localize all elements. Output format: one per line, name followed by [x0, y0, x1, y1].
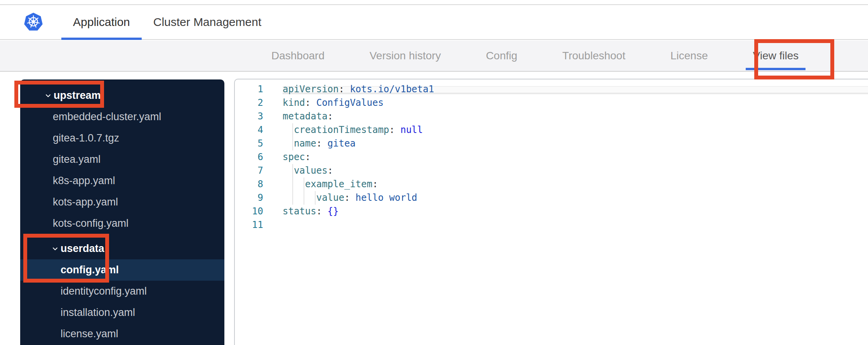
tree-file-license-yaml[interactable]: license.yaml	[20, 323, 224, 345]
nav-tab-dashboard[interactable]: Dashboard	[260, 41, 335, 71]
line-number: 3	[235, 110, 263, 123]
code-line-1[interactable]: 1apiVersion: kots.io/v1beta1	[235, 83, 868, 96]
nav-tab-view-files[interactable]: View files	[742, 41, 809, 71]
kots-admin-console: ApplicationCluster Management DashboardV…	[0, 0, 868, 345]
tree-file-gitea-yaml[interactable]: gitea.yaml	[20, 149, 224, 170]
code-text: value: hello world	[263, 191, 417, 205]
code-lines: 1apiVersion: kots.io/v1beta12kind: Confi…	[235, 83, 868, 232]
tree-item-label: userdata	[61, 243, 104, 255]
chevron-down-icon	[45, 93, 54, 99]
code-text: apiVersion: kots.io/v1beta1	[263, 83, 434, 96]
tree-folder-upstream[interactable]: upstream	[20, 85, 224, 106]
line-number: 11	[235, 218, 263, 232]
line-number: 8	[235, 178, 263, 191]
code-text: kind: ConfigValues	[263, 96, 384, 110]
indent-guide	[292, 191, 293, 205]
tree-item-label: k8s-app.yaml	[53, 175, 115, 187]
indent-guide	[292, 123, 293, 137]
file-tree-sidebar: upstreamembedded-cluster.yamlgitea-1.0.7…	[20, 79, 224, 345]
tree-file-kots-app-yaml[interactable]: kots-app.yaml	[20, 191, 224, 213]
line-number: 1	[235, 83, 263, 96]
nav-tab-config[interactable]: Config	[475, 41, 528, 71]
tree-item-label: installation.yaml	[61, 307, 135, 319]
tree-item-label: kots-config.yaml	[53, 217, 128, 229]
tree-file-config-yaml[interactable]: config.yaml	[20, 259, 224, 281]
line-number: 10	[235, 205, 263, 218]
tree-item-label: identityconfig.yaml	[61, 285, 147, 297]
app-header: ApplicationCluster Management	[0, 5, 868, 40]
code-text: spec:	[263, 150, 311, 164]
code-line-11[interactable]: 11	[235, 218, 868, 232]
code-line-9[interactable]: 9 value: hello world	[235, 191, 868, 205]
code-text: creationTimestamp: null	[263, 123, 423, 137]
code-line-7[interactable]: 7 values:	[235, 164, 868, 178]
tree-file-gitea-1-0-7-tgz[interactable]: gitea-1.0.7.tgz	[20, 128, 224, 149]
tree-item-label: license.yaml	[61, 328, 118, 340]
indent-guide	[304, 191, 304, 205]
code-line-6[interactable]: 6spec:	[235, 150, 868, 164]
tree-item-label: kots-app.yaml	[53, 196, 118, 208]
tree-item-label: config.yaml	[61, 264, 119, 276]
chevron-down-icon	[52, 246, 61, 252]
code-line-8[interactable]: 8 example_item:	[235, 178, 868, 191]
line-number: 7	[235, 164, 263, 178]
code-text: status: {}	[263, 205, 339, 218]
tree-file-identityconfig-yaml[interactable]: identityconfig.yaml	[20, 281, 224, 302]
line-number: 2	[235, 96, 263, 110]
code-line-3[interactable]: 3metadata:	[235, 110, 868, 123]
line-number: 6	[235, 150, 263, 164]
code-text: name: gitea	[263, 137, 356, 150]
tree-folder-userdata[interactable]: userdata	[20, 238, 224, 259]
nav-tab-troubleshoot[interactable]: Troubleshoot	[552, 41, 636, 71]
tree-item-label: embedded-cluster.yaml	[53, 111, 161, 123]
tree-file-embedded-cluster-yaml[interactable]: embedded-cluster.yaml	[20, 106, 224, 128]
code-text: metadata:	[263, 110, 333, 123]
tree-item-label: gitea-1.0.7.tgz	[53, 132, 119, 144]
tree-item-label: gitea.yaml	[53, 154, 101, 166]
nav-tab-version-history[interactable]: Version history	[359, 41, 452, 71]
indent-guide	[315, 191, 316, 205]
tree-file-kots-config-yaml[interactable]: kots-config.yaml	[20, 213, 224, 234]
code-text: example_item:	[263, 178, 378, 191]
indent-guide	[304, 178, 304, 191]
app-nav: DashboardVersion historyConfigTroublesho…	[0, 41, 868, 72]
code-line-10[interactable]: 10status: {}	[235, 205, 868, 218]
header-tabs: ApplicationCluster Management	[61, 5, 273, 39]
tree-item-label: upstream	[54, 90, 101, 102]
line-number: 4	[235, 123, 263, 137]
nav-tab-license[interactable]: License	[660, 41, 719, 71]
line-number: 9	[235, 191, 263, 205]
indent-guide	[292, 164, 293, 178]
code-line-2[interactable]: 2kind: ConfigValues	[235, 96, 868, 110]
indent-guide	[292, 137, 293, 150]
code-text	[263, 218, 283, 232]
code-line-4[interactable]: 4 creationTimestamp: null	[235, 123, 868, 137]
header-tab-application[interactable]: Application	[61, 5, 142, 39]
code-text: values:	[263, 164, 333, 178]
header-tab-cluster-management[interactable]: Cluster Management	[142, 5, 273, 39]
nav-tabs: DashboardVersion historyConfigTroublesho…	[260, 41, 809, 71]
line-number: 5	[235, 137, 263, 150]
indent-guide	[292, 178, 293, 191]
tree-file-installation-yaml[interactable]: installation.yaml	[20, 302, 224, 323]
kubernetes-logo-icon	[23, 11, 44, 33]
tree-file-k8s-app-yaml[interactable]: k8s-app.yaml	[20, 170, 224, 191]
file-viewer-editor[interactable]: 1apiVersion: kots.io/v1beta12kind: Confi…	[234, 79, 868, 345]
code-line-5[interactable]: 5 name: gitea	[235, 137, 868, 150]
